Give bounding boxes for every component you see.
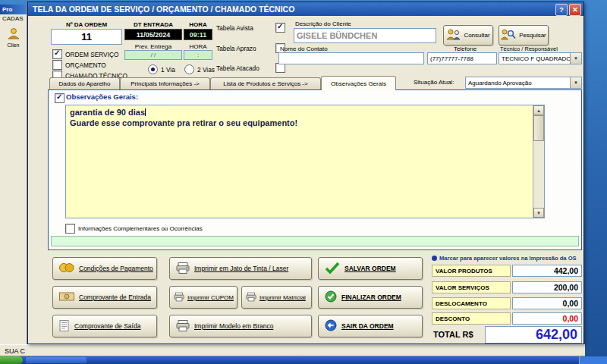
total-value-field: 642,00 <box>485 326 582 344</box>
tab-principais-informacoes[interactable]: Principais Informações -> <box>120 77 210 89</box>
technician-combobox[interactable]: TECNICO F QUADRADO ▼ <box>498 52 582 64</box>
observations-checkbox[interactable] <box>55 93 64 103</box>
observations-textarea[interactable]: garantia de 90 dias Guarde esse comprova… <box>65 105 545 218</box>
tab-observacoes-gerais[interactable]: Observações Gerais <box>321 76 396 90</box>
services-value-field[interactable]: 200,00 <box>512 281 582 293</box>
print-values-option[interactable]: Marcar para aparecer valores na Impressã… <box>432 255 577 262</box>
client-name-field[interactable]: GISELE BÜNDCHEN <box>294 28 436 43</box>
complementary-info-label: Informações Complementares ou Ocorrência… <box>78 225 203 232</box>
tabela-avista-checkbox[interactable] <box>275 23 285 33</box>
chevron-down-icon[interactable]: ▼ <box>570 53 581 64</box>
parent-status-bar: SUA C <box>0 344 585 356</box>
order-number-field[interactable]: 11 <box>51 29 122 45</box>
parent-toolbar-item[interactable]: Clien <box>2 27 25 48</box>
delivery-hour-field[interactable]: : <box>184 50 212 60</box>
scrollbar-thumb[interactable] <box>533 115 544 141</box>
parent-toolbar-label: Clien <box>2 42 25 48</box>
exit-receipt-button[interactable]: Comprovante de Saída <box>52 315 157 337</box>
client-person-icon <box>6 29 21 42</box>
exit-arrow-icon <box>325 319 337 333</box>
current-status-label: Situação Atual: <box>414 79 454 86</box>
consult-client-label: Consultar <box>464 32 489 39</box>
print-cupom-button[interactable]: Imprimir CUPOM <box>169 286 237 309</box>
one-via-option[interactable]: 1 Via <box>148 64 175 74</box>
parent-window-title: Pro <box>0 5 27 14</box>
discount-value-field[interactable]: 0,00 <box>512 312 582 325</box>
entry-receipt-button[interactable]: Comprovante de Entrada <box>52 286 157 309</box>
payment-conditions-label: Condições de Pagamento <box>79 265 153 272</box>
order-number-label: Nº DA ORDEM <box>51 21 122 28</box>
exit-receipt-label: Comprovante de Saída <box>74 322 140 330</box>
displacement-value-field[interactable]: 0,00 <box>512 297 582 309</box>
tabela-atacado-option[interactable]: Tabela Atacado <box>216 63 285 73</box>
desktop: Pro CADAS Clien SUA C TELA DA ORDEM DE S… <box>0 0 607 364</box>
print-matrix-button[interactable]: Imprimir Matricial <box>241 286 312 309</box>
orcamento-option[interactable]: ORÇAMENTO <box>52 60 106 70</box>
printer-icon <box>246 292 256 303</box>
entry-date-label: DT ENTRADA <box>124 21 182 28</box>
textarea-scrollbar[interactable]: ▲ ▼ <box>533 105 544 218</box>
parent-window-menu[interactable]: CADAS <box>0 14 27 24</box>
observation-line-1: garantia de 90 dias <box>70 107 530 118</box>
consult-client-button[interactable]: Consultar <box>443 25 493 46</box>
taskbar-app-button[interactable] <box>26 357 86 363</box>
scroll-up-icon[interactable]: ▲ <box>533 105 544 115</box>
two-vias-option[interactable]: 2 Vias <box>184 64 215 74</box>
scroll-down-icon[interactable]: ▼ <box>533 208 544 218</box>
save-order-button[interactable]: SALVAR ORDEM <box>318 257 423 280</box>
current-status-combobox[interactable]: Aguardando Aprovação ▼ <box>465 77 582 89</box>
help-button[interactable]: ? <box>555 4 568 16</box>
print-blank-template-label: Imprimir Modelo em Branco <box>194 322 273 330</box>
tabela-atacado-label: Tabela Atacado <box>216 64 272 72</box>
green-check-icon <box>325 262 340 275</box>
exit-order-label: SAIR DA ORDEM <box>341 322 394 330</box>
search-client-button[interactable]: Pesquisar <box>498 25 549 46</box>
contact-name-field[interactable] <box>278 52 424 64</box>
people-icon <box>446 29 461 42</box>
parent-window-fragment: Pro CADAS Clien <box>0 5 27 344</box>
ordem-servico-option[interactable]: ORDEM SERVIÇO <box>52 49 118 59</box>
two-vias-label: 2 Vias <box>197 66 215 74</box>
chevron-down-icon[interactable]: ▼ <box>570 77 581 88</box>
payment-conditions-button[interactable]: Condições de Pagamento <box>52 257 157 280</box>
entry-hour-display: 09:11 <box>184 29 212 40</box>
start-button[interactable] <box>0 356 23 364</box>
orcamento-checkbox[interactable] <box>52 60 62 70</box>
products-value-label: VALOR PRODUTOS <box>432 265 511 277</box>
search-client-label: Pesquisar <box>519 32 546 39</box>
system-tray <box>579 356 607 364</box>
discount-value-label: DESCONTO <box>432 312 511 325</box>
phone-field[interactable]: (77)77777-7788 <box>427 52 497 64</box>
contact-name-label: Nome do Contato <box>280 46 328 52</box>
printer-icon <box>176 320 190 333</box>
title-bar[interactable]: TELA DA ORDEM DE SERVIÇO / ORÇAMENTO / C… <box>28 2 583 16</box>
two-vias-radio[interactable] <box>184 64 194 74</box>
complementary-info-checkbox[interactable] <box>65 224 75 234</box>
complementary-info-option[interactable]: Informações Complementares ou Ocorrência… <box>65 224 203 234</box>
complementary-info-field[interactable] <box>51 236 579 246</box>
print-blank-template-button[interactable]: Imprimir Modelo em Branco <box>169 315 312 337</box>
products-value-field[interactable]: 442,00 <box>512 265 582 277</box>
print-inkjet-laser-button[interactable]: Imprimir em Jato de Tinta / Laser <box>169 257 312 280</box>
one-via-radio[interactable] <box>148 64 158 74</box>
taskbar[interactable] <box>0 356 607 364</box>
tab-dados-aparelho[interactable]: Dados do Aparelho <box>49 77 120 89</box>
tabela-avista-option[interactable]: Tabela Avista <box>216 23 285 33</box>
exit-order-button[interactable]: SAIR DA ORDEM <box>318 315 423 337</box>
tabela-aprazo-label: Tabela Aprazo <box>216 45 272 52</box>
tabela-aprazo-option[interactable]: Tabela Aprazo <box>216 43 285 53</box>
phone-label: Telefone <box>435 46 495 52</box>
finalize-order-label: FINALIZAR ORDEM <box>341 293 401 301</box>
entry-date-display: 11/05/2024 <box>124 29 182 40</box>
entry-receipt-label: Comprovante de Entrada <box>79 293 151 301</box>
tabela-avista-label: Tabela Avista <box>216 24 272 32</box>
people-search-icon <box>501 29 517 42</box>
displacement-value-label: DESLOCAMENTO <box>432 297 511 309</box>
technician-label: Técnico / Responsável <box>500 46 558 52</box>
finalize-order-button[interactable]: FINALIZAR ORDEM <box>318 286 423 309</box>
tab-lista-produtos-servicos[interactable]: Lista de Produtos e Serviços -> <box>210 77 321 89</box>
close-button[interactable]: ✕ <box>569 4 581 16</box>
delivery-date-field[interactable]: / / <box>124 50 182 60</box>
ordem-servico-checkbox[interactable] <box>52 49 62 59</box>
delivery-hour-label: HORA <box>184 43 212 50</box>
